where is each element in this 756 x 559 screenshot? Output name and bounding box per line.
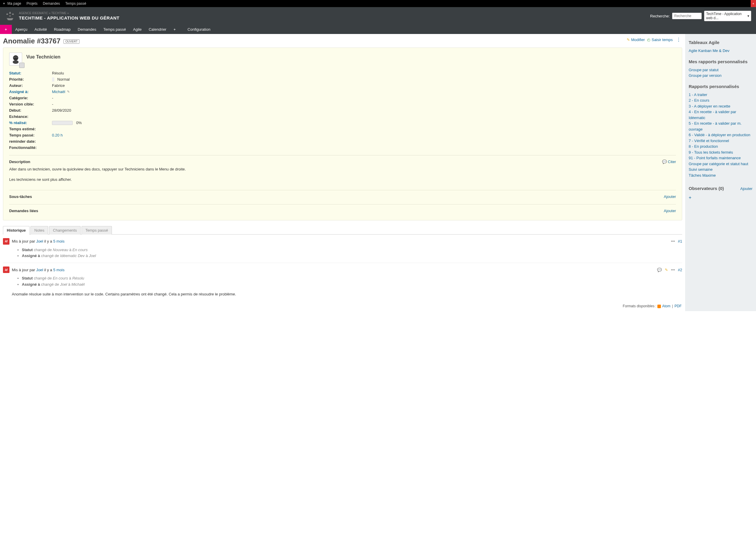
field-func-label: Fonctionnalité:	[9, 146, 52, 150]
search-input[interactable]	[672, 13, 702, 19]
issue-subject: Vue Technicien	[26, 52, 61, 60]
topbar-my-page[interactable]: Ma page	[7, 1, 21, 6]
journal-anchor[interactable]: #1	[678, 239, 682, 243]
edit-assignee-icon[interactable]: ✎	[67, 90, 70, 94]
field-priority-value: Normal	[52, 77, 70, 82]
journal-time-link[interactable]: 5 mois	[53, 268, 64, 272]
add-observer-link[interactable]: Ajouter	[740, 186, 753, 191]
nav-activity[interactable]: Activité	[31, 25, 50, 34]
sidebar-report-link[interactable]: Groupe par catégorie et statut haut	[689, 161, 753, 167]
clock-icon: ◴	[647, 38, 650, 42]
sidebar-agile-heading: Tableaux Agile	[689, 40, 753, 45]
sidebar-observers-heading: Observateurs (0)	[689, 186, 724, 191]
field-reminder-label: reminder date:	[9, 139, 52, 143]
add-observer-plus-icon[interactable]: +	[689, 195, 753, 200]
add-subtask-button[interactable]: Ajouter	[664, 195, 676, 199]
format-atom-link[interactable]: Atom	[662, 304, 670, 308]
field-assignee-label[interactable]: Assigné à:	[9, 90, 52, 94]
navbar: + Aperçu Activité Roadmap Demandes Temps…	[0, 25, 756, 34]
pencil-icon[interactable]: ✎	[665, 268, 668, 272]
journal-note: Anomalie résolue suite à mon interventio…	[12, 292, 682, 296]
nav-overview[interactable]: Aperçu	[12, 25, 31, 34]
nav-config[interactable]: Configuration	[184, 25, 214, 34]
subtasks-title: Sous-tâches	[9, 195, 32, 199]
nav-calendar[interactable]: Calendrier	[145, 25, 170, 34]
sidebar-report-link[interactable]: 9 - Tous les tickets fermés	[689, 150, 753, 155]
nav-roadmap[interactable]: Roadmap	[50, 25, 74, 34]
topbar-plus-icon[interactable]: +	[3, 1, 5, 6]
field-due-label: Echéance:	[9, 114, 52, 119]
more-actions-icon[interactable]: ⋮	[675, 37, 682, 43]
related-title: Demandes liées	[9, 208, 38, 213]
breadcrumb: AGENCE IDEEMATIC » TECHTIME »	[19, 12, 120, 15]
svg-point-2	[13, 60, 19, 64]
more-icon[interactable]: •••	[671, 268, 675, 272]
nav-plus-icon[interactable]: +	[170, 25, 179, 34]
topbar-right-plus-icon[interactable]: +	[751, 0, 756, 7]
sidebar-report-link[interactable]: 4 - En recette - à valider par Idéematic	[689, 109, 753, 120]
field-start-label: Début:	[9, 108, 52, 113]
tab-changes[interactable]: Changements	[49, 226, 81, 234]
priority-swatch-icon	[52, 77, 54, 82]
sidebar-report-link[interactable]: 91 - Point forfaits maintenance	[689, 155, 753, 161]
nav-agile[interactable]: Agile	[130, 25, 145, 34]
sidebar-report-link[interactable]: 8 - En production	[689, 143, 753, 150]
assignee-link[interactable]: Michaël	[52, 90, 65, 94]
journal-avatar: id	[3, 267, 9, 273]
field-est-label: Temps estimé:	[9, 127, 52, 131]
tab-history[interactable]: Historique	[3, 226, 29, 234]
journal-entry: id Mis à jour par Joel il y a 5 mois 💬 ✎…	[3, 263, 682, 300]
journal-avatar: id	[3, 238, 9, 245]
add-related-button[interactable]: Ajouter	[664, 208, 676, 213]
pencil-icon: ✎	[627, 38, 630, 42]
spent-time-link[interactable]: 0.20 h	[52, 133, 63, 137]
format-pdf-link[interactable]: PDF	[674, 304, 682, 308]
field-author-label: Auteur:	[9, 83, 52, 88]
field-done-label[interactable]: % réalisé:	[9, 120, 52, 125]
quote-button[interactable]: 💬Citer	[662, 160, 676, 164]
chevron-down-icon: ▾	[748, 14, 749, 18]
issue-status-badge: OUVERT	[64, 39, 79, 44]
main-content: Anomalie #33767 OUVERT ✎ Modifier ◴ Sais…	[0, 34, 685, 311]
field-status-label[interactable]: Statut:	[9, 71, 52, 75]
sidebar-report-link[interactable]: 5 - En recette - à valider par m. ouvrag…	[689, 120, 753, 132]
tab-time[interactable]: Temps passé	[82, 226, 112, 234]
more-icon[interactable]: •••	[671, 239, 675, 243]
project-select[interactable]: TechTime - Application web d... ▾	[704, 10, 751, 21]
sidebar-report-link[interactable]: Tâches Maxime	[689, 173, 753, 178]
description-title: Description	[9, 160, 30, 164]
sidebar-report-link[interactable]: 7 - Vérifié et fonctionnel	[689, 138, 753, 144]
field-version-label: Version cible:	[9, 102, 52, 106]
sidebar-report-link[interactable]: 6 - Validé - à déployer en production	[689, 132, 753, 138]
sidebar-report-link[interactable]: Groupe par version	[689, 73, 753, 79]
sidebar-report-link[interactable]: 2 - En cours	[689, 97, 753, 104]
issue-title: Anomalie #33767 OUVERT	[3, 37, 79, 45]
nav-issues[interactable]: Demandes	[74, 25, 100, 34]
nav-time[interactable]: Temps passé	[100, 25, 130, 34]
field-priority-label: Priorité:	[9, 77, 52, 82]
sidebar-report-link[interactable]: Suivi semaine	[689, 166, 753, 173]
sidebar-report-link[interactable]: 3 - A déployer en recette	[689, 104, 753, 109]
assignee-sub-avatar	[19, 63, 24, 68]
field-start-value: 28/09/2020	[52, 108, 71, 113]
nav-new-button[interactable]: +	[0, 25, 12, 34]
sidebar-report-link[interactable]: 1 - A traiter	[689, 92, 753, 98]
field-author-value: Fabrice	[52, 83, 65, 88]
comment-icon: 💬	[662, 160, 667, 164]
sidebar-agile-link[interactable]: Agile Kanban Me & Dev	[689, 48, 753, 54]
svg-point-0	[9, 15, 11, 17]
journal-user-link[interactable]: Joel	[36, 268, 43, 272]
tab-notes[interactable]: Notes	[30, 226, 48, 234]
journal-time-link[interactable]: 5 mois	[53, 239, 64, 243]
topbar-time[interactable]: Temps passé	[65, 1, 86, 6]
journal-user-link[interactable]: Joel	[36, 239, 43, 243]
header: AGENCE IDEEMATIC » TECHTIME » TECHTIME -…	[0, 7, 756, 25]
topbar-projects[interactable]: Projets	[27, 1, 38, 6]
log-time-button[interactable]: ◴ Saisir temps	[647, 38, 673, 42]
journal-anchor[interactable]: #2	[678, 268, 682, 272]
comment-icon[interactable]: 💬	[657, 268, 662, 272]
sidebar-report-link[interactable]: Groupe par statut	[689, 67, 753, 73]
topbar-issues[interactable]: Demandes	[43, 1, 60, 6]
progress-bar	[52, 121, 73, 125]
edit-button[interactable]: ✎ Modifier	[627, 38, 645, 42]
